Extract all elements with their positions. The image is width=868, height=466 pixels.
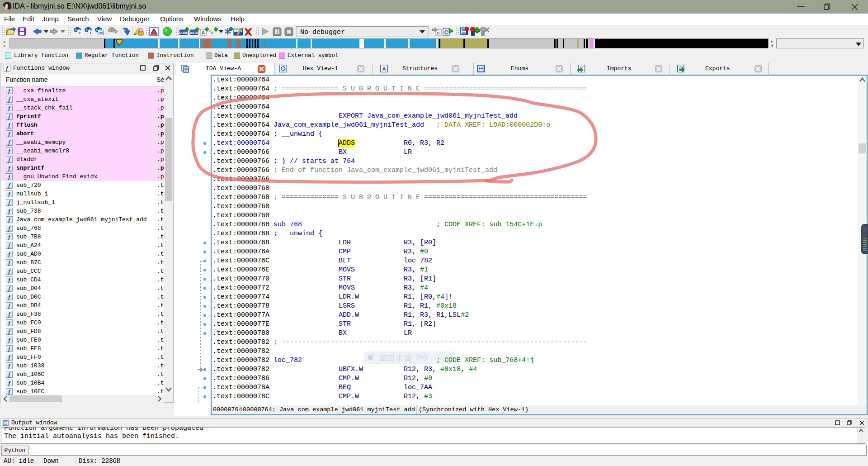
- svg-text:CODE: CODE: [179, 31, 189, 34]
- svg-text:‘s: ‘s: [209, 29, 213, 36]
- svg-text:101: 101: [98, 31, 104, 35]
- svg-text:T: T: [89, 31, 92, 35]
- svg-text:C: C: [444, 29, 448, 36]
- svg-text:c: c: [437, 30, 440, 35]
- svg-text:!: !: [153, 30, 155, 35]
- svg-text:A: A: [202, 30, 205, 35]
- svg-text:#: #: [78, 31, 80, 35]
- svg-text:DATA: DATA: [190, 31, 198, 34]
- svg-text:No debugger: No debugger: [300, 29, 345, 36]
- svg-text:A: A: [382, 66, 386, 71]
